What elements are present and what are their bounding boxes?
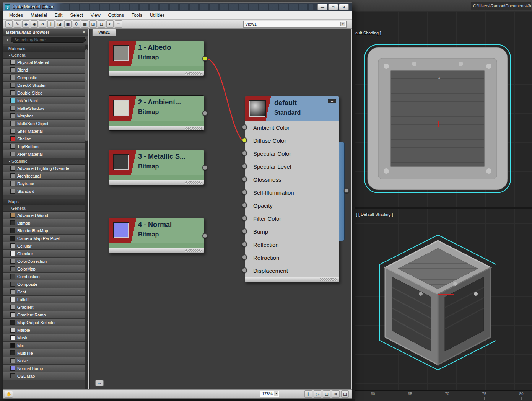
browser-item[interactable]: Matte/Shadow	[3, 104, 85, 112]
delete-selected-icon[interactable]: ✕	[39, 20, 46, 28]
node-header[interactable]: 2 - Ambient... Bitmap	[109, 96, 204, 121]
menu-item[interactable]: Material	[27, 12, 51, 19]
material-id-channel-icon[interactable]: 0	[73, 20, 80, 28]
browser-item[interactable]: Double Sided	[3, 89, 85, 97]
show-shaded-material-icon[interactable]: ▣	[64, 20, 72, 28]
node-normal-bitmap[interactable]: 4 - Normal Bitmap	[109, 218, 204, 253]
hide-unused-nodeslots-icon[interactable]: ◪	[56, 20, 63, 28]
node-resize-bar[interactable]	[245, 277, 339, 282]
input-socket[interactable]	[242, 254, 247, 260]
input-socket[interactable]	[242, 228, 247, 234]
browser-item[interactable]: Architectural	[3, 172, 85, 180]
output-socket[interactable]	[202, 111, 208, 116]
browser-item[interactable]: Shellac	[3, 135, 85, 143]
viewport-perspective[interactable]: ] [ Default Shading ] z	[355, 209, 532, 390]
node-metallic-bitmap[interactable]: 3 - Metallic S... Bitmap	[109, 150, 204, 185]
material-slot[interactable]: Refraction	[245, 251, 339, 264]
browser-group-header[interactable]: - Scanline	[3, 158, 85, 165]
resize-grip-icon[interactable]	[185, 181, 202, 184]
browser-group-header[interactable]: - General	[3, 52, 85, 59]
node-header[interactable]: 4 - Normal Bitmap	[109, 218, 204, 243]
browser-section-header[interactable]: - Materials	[3, 46, 85, 52]
browser-item[interactable]: Gradient Ramp	[3, 311, 85, 319]
browser-scrollbar[interactable]	[85, 45, 88, 389]
material-slot[interactable]: Bump	[245, 225, 339, 238]
browser-item[interactable]: Ink 'n Paint	[3, 97, 85, 104]
node-header[interactable]: 3 - Metallic S... Bitmap	[109, 150, 204, 175]
material-slot[interactable]: Displacement	[245, 264, 339, 277]
viewport-top[interactable]: ault Shading ] z	[355, 11, 532, 207]
input-socket[interactable]	[242, 150, 247, 156]
show-end-result-icon[interactable]: ◉	[31, 20, 38, 28]
options-icon[interactable]: ≡	[115, 20, 122, 28]
menu-item[interactable]: Options	[104, 12, 128, 19]
browser-item[interactable]: MultiTile	[3, 349, 85, 357]
material-slot[interactable]: Diffuse Color	[245, 134, 339, 147]
material-slot[interactable]: Filter Color	[245, 212, 339, 225]
menu-item[interactable]: Tools	[128, 12, 146, 19]
browser-item[interactable]: Cellular	[3, 242, 85, 250]
browser-section-header[interactable]: - Maps	[3, 199, 85, 205]
node-albedo-bitmap[interactable]: 1 - Albedo Bitmap	[109, 41, 204, 76]
browser-item[interactable]: Composite	[3, 74, 85, 82]
view-tab[interactable]: View1	[92, 29, 116, 36]
input-socket[interactable]	[242, 137, 247, 143]
input-socket[interactable]	[242, 202, 247, 208]
menu-item[interactable]: Edit	[51, 12, 67, 19]
browser-item[interactable]: Gradient	[3, 303, 85, 311]
browser-item[interactable]: Physical Material	[3, 59, 85, 66]
browser-item[interactable]: BlendedBoxMap	[3, 227, 85, 235]
browser-item[interactable]: Combustion	[3, 273, 85, 280]
input-socket[interactable]	[242, 267, 247, 273]
view-selector-dropdown[interactable]: View1 ▼	[243, 21, 347, 28]
input-socket[interactable]	[242, 215, 247, 221]
material-slot[interactable]: Ambient Color	[245, 121, 339, 134]
browser-item[interactable]: XRef Material	[3, 150, 85, 158]
scrollbar-thumb[interactable]	[85, 49, 88, 141]
menu-item[interactable]: View	[87, 12, 104, 19]
node-view[interactable]: View1 1 - Albedo Bitmap 2 - Ambie	[89, 29, 351, 389]
browser-item[interactable]: Marble	[3, 326, 85, 334]
pan-icon[interactable]: ✛	[304, 390, 312, 398]
zoom-level-dropdown[interactable]: 178% ▼	[260, 391, 279, 397]
resize-grip-icon[interactable]	[185, 127, 202, 130]
browser-item[interactable]: ColorCorrection	[3, 258, 85, 265]
dropdown-arrow-icon[interactable]: ▼	[340, 22, 345, 26]
search-input[interactable]	[11, 37, 86, 43]
browser-item[interactable]: OSL Map	[3, 372, 85, 380]
maximize-button[interactable]: □	[328, 4, 338, 10]
node-header[interactable]: default Standard –	[245, 96, 339, 121]
minimize-button[interactable]: —	[317, 4, 327, 10]
browser-item[interactable]: Standard	[3, 187, 85, 195]
browser-item[interactable]: Advanced Wood	[3, 212, 85, 219]
output-socket[interactable]	[202, 165, 208, 170]
node-resize-bar[interactable]	[109, 126, 204, 130]
menu-item[interactable]: Select	[66, 12, 86, 19]
select-by-material-icon[interactable]: ◐	[106, 20, 114, 28]
material-slot[interactable]: Specular Color	[245, 147, 339, 160]
layout-children-icon[interactable]: ⊟	[98, 20, 105, 28]
browser-item[interactable]: Falloff	[3, 296, 85, 303]
browser-item[interactable]: Mix	[3, 342, 85, 349]
filter-dropdown-icon[interactable]: ▼	[6, 38, 9, 42]
browser-item[interactable]: Normal Bump	[3, 365, 85, 372]
close-button[interactable]: ✕	[339, 4, 349, 10]
browser-item[interactable]: Morpher	[3, 112, 85, 120]
browser-item[interactable]: Advanced Lighting Override	[3, 165, 85, 172]
menu-item[interactable]: Utilities	[146, 12, 169, 19]
material-slot[interactable]: Reflection	[245, 238, 339, 251]
output-socket[interactable]	[202, 233, 208, 238]
browser-header[interactable]: Material/Map Browser ✕	[3, 29, 88, 36]
move-children-icon[interactable]: ✛	[47, 20, 55, 28]
node-standard-material[interactable]: default Standard – Ambient Color Diffuse…	[245, 96, 339, 282]
browser-item[interactable]: Noise	[3, 357, 85, 365]
node-resize-bar[interactable]	[109, 248, 204, 253]
material-output-socket[interactable]	[344, 188, 349, 193]
node-ambient-bitmap[interactable]: 2 - Ambient... Bitmap	[109, 95, 204, 131]
browser-item[interactable]: Multi/Sub-Object	[3, 120, 85, 127]
browser-item[interactable]: Raytrace	[3, 180, 85, 187]
resize-grip-icon[interactable]	[185, 249, 202, 252]
node-header[interactable]: 1 - Albedo Bitmap	[109, 41, 204, 66]
browser-item[interactable]: Composite	[3, 280, 85, 288]
input-socket[interactable]	[242, 163, 247, 169]
